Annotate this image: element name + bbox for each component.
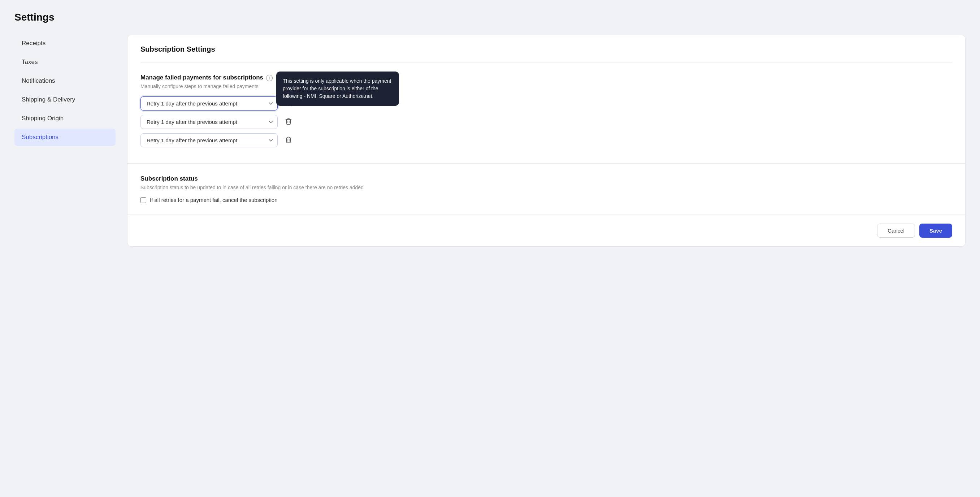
subscription-status-title: Subscription status <box>140 175 952 182</box>
sidebar-item-shipping-delivery[interactable]: Shipping & Delivery <box>14 91 116 108</box>
main-layout: Receipts Taxes Notifications Shipping & … <box>14 35 966 247</box>
info-tooltip-container: i This setting is only applicable when t… <box>266 75 273 81</box>
info-icon[interactable]: i <box>266 75 273 81</box>
retry-row-1: Retry 1 day after the previous attempt R… <box>140 96 952 110</box>
trash-icon-3 <box>285 136 292 145</box>
manage-failed-title: Manage failed payments for subscriptions <box>140 74 263 81</box>
manage-failed-subtitle: Manually configure steps to manage faile… <box>140 83 952 89</box>
retry-select-1[interactable]: Retry 1 day after the previous attempt R… <box>140 96 278 110</box>
retry-row-3: Retry 1 day after the previous attempt R… <box>140 133 952 147</box>
subscription-status-desc: Subscription status to be updated to in … <box>140 185 952 190</box>
page-title: Settings <box>14 11 966 23</box>
save-button[interactable]: Save <box>920 224 952 238</box>
sidebar-item-notifications[interactable]: Notifications <box>14 72 116 89</box>
subscription-status-section: Subscription status Subscription status … <box>127 164 965 215</box>
cancel-subscription-checkbox[interactable] <box>140 197 146 203</box>
cancel-button[interactable]: Cancel <box>877 224 915 238</box>
trash-icon-2 <box>285 118 292 126</box>
retry-select-3[interactable]: Retry 1 day after the previous attempt R… <box>140 133 278 147</box>
sidebar: Receipts Taxes Notifications Shipping & … <box>14 35 116 147</box>
trash-icon-1 <box>285 99 292 108</box>
delete-retry-3-button[interactable] <box>282 134 295 147</box>
manage-failed-header: Manage failed payments for subscriptions… <box>140 74 952 81</box>
retry-select-2[interactable]: Retry 1 day after the previous attempt R… <box>140 115 278 129</box>
sidebar-item-taxes[interactable]: Taxes <box>14 53 116 71</box>
footer-section: Cancel Save <box>127 215 965 246</box>
card-title-row: Subscription Settings <box>127 35 965 62</box>
sidebar-item-subscriptions[interactable]: Subscriptions <box>14 129 116 146</box>
sidebar-item-receipts[interactable]: Receipts <box>14 35 116 52</box>
cancel-subscription-label[interactable]: If all retries for a payment fail, cance… <box>150 197 278 203</box>
delete-retry-1-button[interactable] <box>282 97 295 110</box>
card-title: Subscription Settings <box>140 45 952 62</box>
sidebar-item-shipping-origin[interactable]: Shipping Origin <box>14 110 116 127</box>
manage-failed-section: Manage failed payments for subscriptions… <box>127 62 965 164</box>
delete-retry-2-button[interactable] <box>282 116 295 129</box>
main-content-card: Subscription Settings Manage failed paym… <box>127 35 966 247</box>
retry-row-2: Retry 1 day after the previous attempt R… <box>140 115 952 129</box>
cancel-subscription-checkbox-row: If all retries for a payment fail, cance… <box>140 197 952 203</box>
